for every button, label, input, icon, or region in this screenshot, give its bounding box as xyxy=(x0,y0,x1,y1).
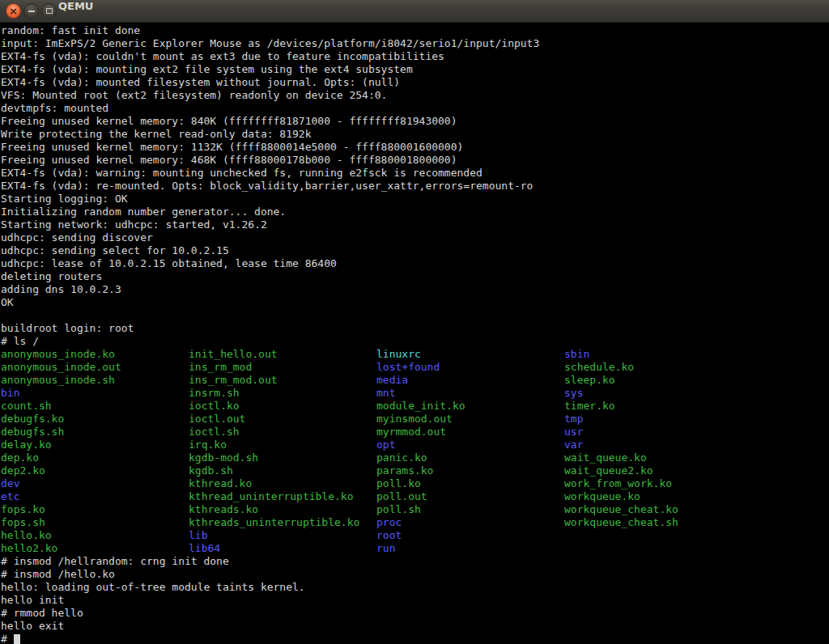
console-line: VFS: Mounted root (ext2 filesystem) read… xyxy=(1,89,829,102)
ls-row: delay.koirq.kooptvar xyxy=(1,439,829,451)
titlebar[interactable]: × QEMU xyxy=(0,0,829,23)
console-line: Freeing unused kernel memory: 840K (ffff… xyxy=(1,115,829,128)
file-entry: myinsmod.out xyxy=(376,413,564,426)
file-entry: debugfs.ko xyxy=(1,413,189,426)
console-line: # insmod /hello.ko xyxy=(1,568,829,581)
ls-row: devkthread.kopoll.kowork_from_work.ko xyxy=(1,477,829,490)
file-entry: tmp xyxy=(564,413,752,426)
file-entry: lib64 xyxy=(189,542,376,555)
ls-row: debugfs.shioctl.shmyrmmod.outusr xyxy=(1,426,829,439)
file-entry: sleep.ko xyxy=(564,374,752,387)
file-entry: root xyxy=(376,529,564,542)
file-entry: ioctl.sh xyxy=(189,426,376,439)
ls-row: hello2.kolib64run xyxy=(1,542,829,555)
boot-log: random: fast init doneinput: ImExPS/2 Ge… xyxy=(1,24,829,348)
console-line: hello: loading out-of-tree module taints… xyxy=(1,581,829,594)
file-entry: media xyxy=(376,374,564,387)
file-entry: lib xyxy=(189,529,376,542)
console-line: EXT4-fs (vda): mounting ext2 file system… xyxy=(1,63,829,76)
console-line: EXT4-fs (vda): couldn't mount as ext3 du… xyxy=(1,50,829,63)
file-entry: hello2.ko xyxy=(1,542,189,555)
console-line: deleting routers xyxy=(1,270,829,283)
file-entry: wait_queue2.ko xyxy=(564,464,752,477)
console-line: udhcpc: sending select for 10.0.2.15 xyxy=(1,244,829,257)
file-entry: bin xyxy=(1,387,189,400)
file-entry: params.ko xyxy=(376,464,564,477)
file-entry: kthreads_uninterruptible.ko xyxy=(189,516,376,529)
file-entry: kthreads.ko xyxy=(189,503,376,516)
file-entry: work_from_work.ko xyxy=(564,477,752,490)
console-line: Freeing unused kernel memory: 468K (ffff… xyxy=(1,154,829,167)
console-line: Write protecting the kernel read-only da… xyxy=(1,128,829,141)
minimize-icon xyxy=(28,11,35,12)
qemu-window: × QEMU random: fast init doneinput: ImEx… xyxy=(0,0,829,644)
file-entry: kthread.ko xyxy=(189,477,376,490)
file-entry: insrm.sh xyxy=(189,387,376,400)
console-line: # rmmod hello xyxy=(1,607,829,620)
ls-row: debugfs.koioctl.outmyinsmod.outtmp xyxy=(1,413,829,426)
ls-row: anonymous_inode.outins_rm_modlost+founds… xyxy=(1,361,829,374)
window-title: QEMU xyxy=(58,0,93,12)
console-line: buildroot login: root xyxy=(1,322,829,335)
file-entry: ioctl.out xyxy=(189,413,376,426)
file-entry: proc xyxy=(376,516,564,529)
file-entry: init_hello.out xyxy=(189,348,376,361)
file-entry: kgdb-mod.sh xyxy=(189,451,376,464)
file-entry: count.sh xyxy=(1,400,189,413)
console-line: adding dns 10.0.2.3 xyxy=(1,283,829,296)
console-line: random: fast init done xyxy=(1,24,829,37)
minimize-button[interactable] xyxy=(23,3,39,19)
ls-row: anonymous_inode.koinit_hello.outlinuxrcs… xyxy=(1,348,829,361)
ls-row: dep.kokgdb-mod.shpanic.kowait_queue.ko xyxy=(1,451,829,464)
file-entry: workqueue.ko xyxy=(564,490,752,503)
prompt-line: # xyxy=(1,633,829,644)
file-entry: poll.sh xyxy=(376,503,564,516)
console-line: udhcpc: sending discover xyxy=(1,231,829,244)
file-entry: panic.ko xyxy=(376,451,564,464)
console-line: udhcpc: lease of 10.0.2.15 obtained, lea… xyxy=(1,257,829,270)
maximize-button[interactable] xyxy=(41,3,57,19)
file-entry: delay.ko xyxy=(1,439,189,451)
file-entry: debugfs.sh xyxy=(1,426,189,439)
file-entry: timer.ko xyxy=(564,400,752,413)
file-entry: wait_queue.ko xyxy=(564,451,752,464)
console-line: Starting logging: OK xyxy=(1,193,829,205)
file-entry: ins_rm_mod xyxy=(189,361,376,374)
shell-prompt: # xyxy=(1,633,14,644)
ls-row: fops.kokthreads.kopoll.shworkqueue_cheat… xyxy=(1,503,829,516)
file-entry: ioctl.ko xyxy=(189,400,376,413)
file-entry: sbin xyxy=(564,348,752,361)
file-entry: kthread_uninterruptible.ko xyxy=(189,490,376,503)
ls-row: etckthread_uninterruptible.kopoll.outwor… xyxy=(1,490,829,503)
console-line: EXT4-fs (vda): mounted filesystem withou… xyxy=(1,76,829,89)
console-line: OK xyxy=(1,296,829,309)
file-entry: anonymous_inode.ko xyxy=(1,348,189,361)
file-entry: fops.ko xyxy=(1,503,189,516)
file-entry: schedule.ko xyxy=(564,361,752,374)
console-line: input: ImExPS/2 Generic Explorer Mouse a… xyxy=(1,37,829,50)
file-entry: mnt xyxy=(376,387,564,400)
file-entry: anonymous_inode.sh xyxy=(1,374,189,387)
close-button[interactable]: × xyxy=(6,3,21,19)
ls-output: anonymous_inode.koinit_hello.outlinuxrcs… xyxy=(1,348,829,555)
file-entry: myrmmod.out xyxy=(376,426,564,439)
file-entry: opt xyxy=(376,439,564,451)
ls-row: anonymous_inode.shins_rm_mod.outmediasle… xyxy=(1,374,829,387)
console-line: Starting network: udhcpc: started, v1.26… xyxy=(1,218,829,231)
file-entry: fops.sh xyxy=(1,516,189,529)
file-entry: irq.ko xyxy=(189,439,376,451)
ls-row: fops.shkthreads_uninterruptible.koprocwo… xyxy=(1,516,829,529)
console-line: hello exit xyxy=(1,620,829,633)
text-cursor xyxy=(14,634,20,644)
console-screen[interactable]: random: fast init doneinput: ImExPS/2 Ge… xyxy=(0,23,829,644)
console-line: EXT4-fs (vda): re-mounted. Opts: block_v… xyxy=(1,180,829,193)
close-icon: × xyxy=(9,6,18,16)
file-entry: workqueue_cheat.sh xyxy=(564,516,752,529)
file-entry: linuxrc xyxy=(376,348,564,361)
file-entry: poll.ko xyxy=(376,477,564,490)
file-entry: usr xyxy=(564,426,752,439)
ls-row: hello.kolibroot xyxy=(1,529,829,542)
file-entry: hello.ko xyxy=(1,529,189,542)
ls-row: bininsrm.shmntsys xyxy=(1,387,829,400)
maximize-icon xyxy=(46,8,53,14)
